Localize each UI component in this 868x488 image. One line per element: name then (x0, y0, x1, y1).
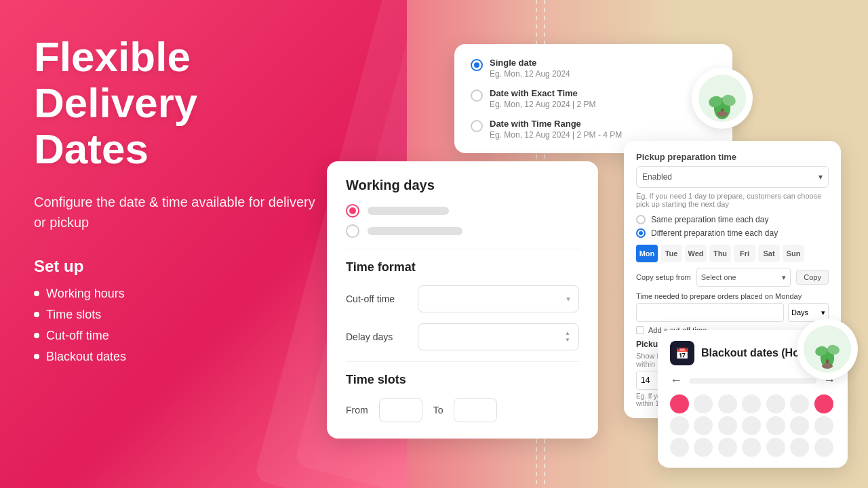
bullet-icon (34, 291, 39, 296)
pickup-hint: Eg. If you need 1 day to prepare, custom… (636, 192, 829, 208)
cal-cell-13[interactable] (790, 416, 809, 435)
cutoff-checkbox[interactable] (636, 326, 644, 334)
day-thu[interactable]: Thu (709, 245, 731, 262)
chevron-down-icon: ▾ (782, 273, 786, 282)
cal-cell-3[interactable] (718, 394, 737, 413)
cal-cell-8[interactable] (670, 416, 689, 435)
plant-decoration-1 (692, 68, 753, 129)
cal-cell-20[interactable] (790, 438, 809, 457)
prepare-value-input[interactable] (636, 303, 784, 322)
time-range-sublabel: Eg. Mon, 12 Aug 2024 | 2 PM - 4 PM (490, 130, 622, 140)
radio-exact-time[interactable] (471, 89, 483, 102)
copy-setup-row: Copy setup from Select one ▾ Copy (636, 268, 829, 287)
calendar-icon: 📅 (670, 341, 694, 365)
day-sun[interactable]: Sun (783, 245, 804, 262)
time-slots-from-to: From To (346, 398, 579, 422)
plant-svg-1 (698, 75, 746, 122)
delay-label: Delay days (346, 331, 407, 342)
day-wed[interactable]: Wed (685, 245, 707, 262)
cal-cell-19[interactable] (766, 438, 785, 457)
subtitle: Configure the date & time available for … (34, 192, 319, 232)
calendar-nav: ← → (670, 373, 835, 388)
setup-item-working-hours: Working hours (34, 287, 319, 301)
prepare-label: Time needed to prepare orders placed on … (636, 292, 829, 300)
diff-prep-radio[interactable]: Different preparation time each day (636, 228, 829, 238)
cal-cell-4[interactable] (742, 394, 761, 413)
cal-cell-7[interactable] (814, 394, 833, 413)
single-date-sublabel: Eg. Mon, 12 Aug 2024 (490, 69, 570, 79)
cal-prev-arrow[interactable]: ← (670, 373, 682, 388)
cal-cell-9[interactable] (694, 416, 713, 435)
radio-single-date[interactable] (471, 59, 483, 71)
to-label: To (433, 405, 443, 415)
time-format-title: Time format (346, 260, 579, 274)
radio-option1[interactable] (346, 204, 359, 218)
cal-cell-11[interactable] (742, 416, 761, 435)
radio-option2[interactable] (346, 224, 359, 238)
cal-cell-14[interactable] (814, 416, 833, 435)
cal-cell-12[interactable] (766, 416, 785, 435)
radio-same-prep[interactable] (636, 215, 646, 224)
date-option-single[interactable]: Single date Eg. Mon, 12 Aug 2024 (471, 58, 716, 79)
cal-cell-17[interactable] (718, 438, 737, 457)
exact-time-sublabel: Eg. Mon, 12 Aug 2024 | 2 PM (490, 100, 596, 109)
cal-cell-1[interactable] (670, 394, 689, 413)
copy-label: Copy setup from (636, 273, 691, 281)
chevron-down-icon: ▾ (566, 294, 570, 304)
cutoff-label: Cut-off time (346, 293, 407, 304)
radio-text1 (368, 207, 449, 215)
calendar-icon-glyph: 📅 (675, 347, 689, 360)
cal-cell-6[interactable] (790, 394, 809, 413)
time-range-label: Date with Time Range (490, 119, 622, 129)
day-mon[interactable]: Mon (636, 245, 658, 262)
cal-cell-2[interactable] (694, 394, 713, 413)
setup-item-blackout-dates: Blackout dates (34, 350, 319, 364)
pickup-enabled-select[interactable]: Enabled ▾ (636, 166, 829, 188)
same-prep-radio[interactable]: Same preparation time each day (636, 215, 829, 224)
bullet-icon (34, 354, 39, 359)
from-input[interactable] (379, 398, 422, 422)
setup-list: Working hours Time slots Cut-off time Bl… (34, 287, 319, 364)
prepare-input-row: Days ▾ (636, 303, 829, 322)
day-fri[interactable]: Fri (734, 245, 755, 262)
to-input[interactable] (454, 398, 497, 422)
day-sat[interactable]: Sat (758, 245, 780, 262)
working-days-radio1[interactable] (346, 204, 579, 218)
date-option-time-range[interactable]: Date with Time Range Eg. Mon, 12 Aug 202… (471, 119, 716, 140)
day-tue[interactable]: Tue (660, 245, 682, 262)
cal-month-bar (689, 378, 816, 384)
cal-cell-10[interactable] (718, 416, 737, 435)
calendar-grid (670, 394, 835, 457)
copy-button[interactable]: Copy (796, 270, 829, 285)
cal-cell-21[interactable] (814, 438, 833, 457)
svg-point-5 (717, 111, 728, 117)
working-days-radio2[interactable] (346, 224, 579, 238)
stepper-icon[interactable]: ▲ ▼ (565, 331, 570, 343)
left-content: Flexible Delivery Dates Configure the da… (34, 34, 319, 364)
svg-point-11 (822, 363, 833, 369)
plant-decoration-2 (797, 319, 858, 380)
copy-select[interactable]: Select one ▾ (696, 268, 791, 287)
radio-time-range[interactable] (471, 120, 483, 132)
bullet-icon (34, 333, 39, 338)
cal-cell-16[interactable] (694, 438, 713, 457)
main-title: Flexible Delivery Dates (34, 34, 319, 173)
date-option-exact-time[interactable]: Date with Exact Time Eg. Mon, 12 Aug 202… (471, 88, 716, 109)
delay-input[interactable]: ▲ ▼ (418, 323, 579, 350)
cutoff-row: Cut-off time ▾ (346, 285, 579, 312)
radio-text2 (368, 227, 462, 235)
working-days-title: Working days (346, 178, 579, 193)
delay-row: Delay days ▲ ▼ (346, 323, 579, 350)
cutoff-input[interactable]: ▾ (418, 285, 579, 312)
pickup-title: Pickup preparation time (636, 152, 829, 162)
date-type-card: Single date Eg. Mon, 12 Aug 2024 Date wi… (454, 44, 732, 153)
cal-cell-18[interactable] (742, 438, 761, 457)
setup-item-cut-off-time: Cut-off time (34, 329, 319, 343)
cal-cell-5[interactable] (766, 394, 785, 413)
radio-diff-prep[interactable] (636, 228, 646, 238)
chevron-down-icon: ▾ (821, 308, 825, 317)
setup-heading: Set up (34, 257, 319, 276)
days-grid: Mon Tue Wed Thu Fri Sat Sun (636, 245, 829, 262)
chevron-down-icon: ▾ (818, 172, 823, 182)
cal-cell-15[interactable] (670, 438, 689, 457)
